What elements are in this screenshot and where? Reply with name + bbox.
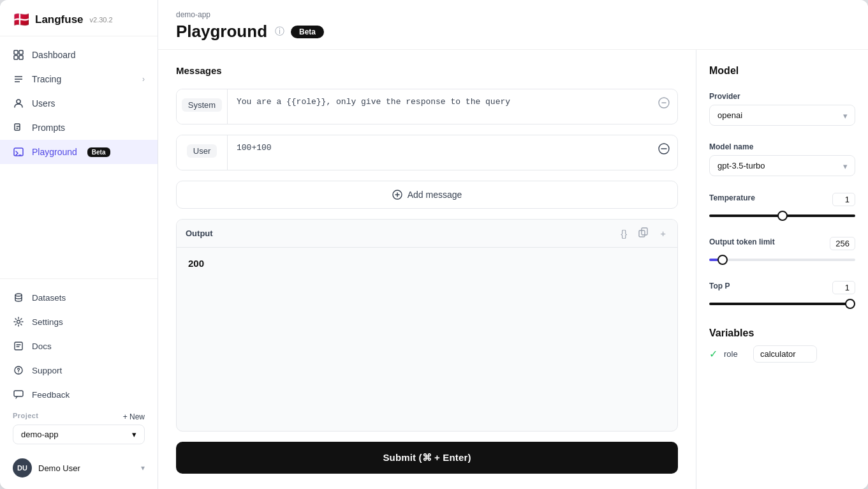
provider-select-wrap: openai anthropic azure ▾ (709, 105, 855, 126)
svg-rect-2 (14, 56, 18, 59)
model-name-select-wrap: gpt-3.5-turbo gpt-4 gpt-4-turbo ▾ (709, 155, 855, 176)
project-section: Project + New demo-app ▾ (0, 407, 158, 452)
output-header: Output {} + (177, 220, 677, 248)
list-icon (13, 73, 24, 85)
book-icon (13, 340, 24, 352)
main-area: demo-app Playground ⓘ Beta Messages Syst… (158, 0, 868, 489)
output-actions: {} + (618, 226, 668, 241)
system-message-input[interactable] (228, 89, 658, 124)
sidebar-item-label: Docs (32, 342, 52, 351)
sidebar-item-settings[interactable]: Settings (0, 310, 158, 334)
sidebar-item-label: Users (32, 98, 55, 109)
sidebar-item-label: Tracing (32, 74, 61, 84)
variable-status-icon: ✓ (709, 348, 717, 360)
svg-rect-0 (14, 50, 18, 54)
provider-section: Provider openai anthropic azure ▾ (709, 92, 855, 133)
submit-button[interactable]: Submit (⌘ + Enter) (176, 442, 678, 474)
system-message-block: System (176, 89, 678, 124)
sidebar-item-tracing[interactable]: Tracing › (0, 67, 158, 91)
sidebar-item-support[interactable]: Support (0, 358, 158, 382)
add-message-label: Add message (408, 190, 462, 200)
user-role-label: User (177, 135, 228, 170)
svg-point-10 (15, 294, 22, 296)
copy-action-button[interactable] (636, 226, 651, 241)
add-output-button[interactable]: + (658, 226, 668, 241)
sidebar-item-label: Playground (32, 147, 77, 157)
user-message-block: User (176, 135, 678, 170)
svg-point-7 (17, 100, 20, 103)
help-icon (13, 365, 24, 376)
info-icon[interactable]: ⓘ (275, 26, 284, 38)
output-token-value: 256 (830, 237, 855, 250)
svg-rect-12 (15, 342, 22, 350)
temperature-label: Temperature (709, 193, 755, 202)
svg-point-14 (18, 372, 18, 373)
chevron-down-icon: ▾ (132, 430, 136, 439)
svg-rect-9 (14, 148, 23, 156)
sidebar-item-label: Dashboard (32, 50, 76, 60)
main-header: demo-app Playground ⓘ Beta (158, 0, 868, 50)
sidebar-bottom: Datasets Settings Docs Support (0, 278, 158, 489)
sidebar-item-label: Prompts (32, 123, 65, 133)
variable-name: role (724, 349, 747, 359)
project-name: demo-app (21, 430, 59, 439)
logo-icon: 🇩🇰 (13, 11, 30, 28)
json-action-button[interactable]: {} (618, 226, 629, 241)
user-name: Demo User (38, 463, 80, 473)
provider-select[interactable]: openai anthropic azure (709, 105, 855, 126)
output-token-slider[interactable] (709, 259, 855, 261)
provider-label: Provider (709, 92, 855, 101)
sidebar-item-dashboard[interactable]: Dashboard (0, 43, 158, 67)
sidebar-item-feedback[interactable]: Feedback (0, 382, 158, 407)
sidebar-item-prompts[interactable]: Prompts (0, 116, 158, 140)
sidebar-item-users[interactable]: Users (0, 91, 158, 116)
logo-area: 🇩🇰 Langfuse v2.30.2 (0, 0, 158, 36)
variables-section: Variables ✓ role (709, 327, 855, 363)
system-role-label: System (177, 89, 228, 124)
new-project-button[interactable]: + New (123, 412, 145, 421)
svg-rect-3 (19, 56, 23, 59)
right-panel: Model Provider openai anthropic azure ▾ … (696, 50, 868, 489)
output-content: 200 (177, 248, 677, 363)
model-name-label: Model name (709, 142, 855, 151)
output-token-section: Output token limit 256 (709, 237, 855, 263)
user-row[interactable]: DU Demo User ▾ (0, 452, 158, 484)
model-name-select[interactable]: gpt-3.5-turbo gpt-4 gpt-4-turbo (709, 155, 855, 176)
app-name: Langfuse (35, 13, 84, 26)
role-user: User (187, 144, 217, 158)
db-icon (13, 292, 24, 303)
add-message-button[interactable]: Add message (176, 181, 678, 209)
playground-area: Messages System User (158, 50, 696, 489)
sidebar: 🇩🇰 Langfuse v2.30.2 Dashboard Tracing › (0, 0, 158, 489)
project-label: Project (13, 412, 38, 419)
remove-system-message-button[interactable] (658, 89, 677, 124)
page-title: Playground (176, 22, 267, 41)
svg-point-11 (17, 320, 20, 324)
sidebar-item-datasets[interactable]: Datasets (0, 285, 158, 310)
user-chevron-icon: ▾ (141, 463, 145, 472)
temperature-slider[interactable] (709, 214, 855, 217)
topp-label: Top P (709, 282, 730, 290)
model-name-section: Model name gpt-3.5-turbo gpt-4 gpt-4-tur… (709, 142, 855, 184)
variable-row: ✓ role (709, 345, 855, 363)
svg-rect-8 (15, 124, 20, 130)
svg-rect-1 (19, 50, 23, 54)
svg-rect-15 (14, 391, 23, 396)
user-message-input[interactable] (228, 135, 658, 170)
topp-section: Top P 1 (709, 281, 855, 307)
sidebar-item-docs[interactable]: Docs (0, 334, 158, 358)
playground-beta-badge: Beta (87, 147, 110, 157)
sidebar-item-label: Feedback (32, 390, 70, 400)
sidebar-item-label: Support (32, 366, 62, 375)
feedback-icon (13, 389, 24, 400)
output-label: Output (186, 229, 213, 238)
sidebar-item-label: Settings (32, 317, 63, 327)
project-dropdown[interactable]: demo-app ▾ (13, 425, 145, 444)
output-token-label: Output token limit (709, 237, 775, 246)
variable-value-input[interactable] (753, 345, 817, 363)
edit-icon (13, 122, 24, 133)
sidebar-item-playground[interactable]: Playground Beta (0, 140, 158, 164)
output-block: Output {} + 200 (176, 219, 678, 432)
remove-user-message-button[interactable] (658, 135, 677, 170)
topp-slider[interactable] (709, 303, 855, 305)
